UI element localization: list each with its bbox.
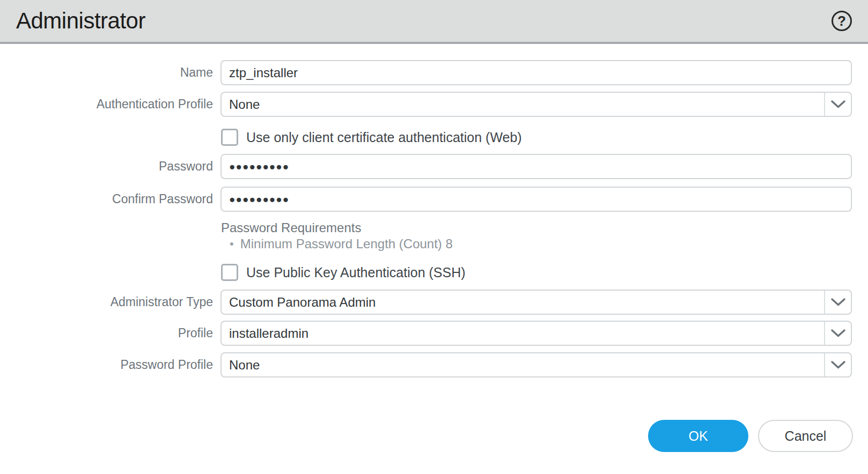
name-label: Name xyxy=(0,65,213,80)
public-key-checkbox[interactable] xyxy=(221,264,238,281)
password-requirement-item: • Minimum Password Length (Count) 8 xyxy=(230,238,868,250)
password-label: Password xyxy=(0,159,213,174)
client-cert-row: Use only client certificate authenticati… xyxy=(221,129,868,146)
administrator-type-row: Administrator Type Custom Panorama Admin xyxy=(0,290,868,315)
authentication-profile-select[interactable]: None xyxy=(220,92,852,117)
password-row: Password xyxy=(0,154,868,179)
name-row: Name xyxy=(0,60,868,85)
administrator-type-select[interactable]: Custom Panorama Admin xyxy=(220,290,852,315)
client-cert-label: Use only client certificate authenticati… xyxy=(246,130,522,145)
password-profile-row: Password Profile None xyxy=(0,352,868,377)
help-icon[interactable]: ? xyxy=(832,11,852,31)
password-profile-select[interactable]: None xyxy=(220,352,852,377)
password-requirements-title: Password Requirements xyxy=(221,221,868,234)
chevron-down-icon[interactable] xyxy=(824,353,851,376)
chevron-down-icon[interactable] xyxy=(824,291,851,314)
cancel-button[interactable]: Cancel xyxy=(758,420,853,452)
confirm-password-input[interactable] xyxy=(220,187,852,212)
client-cert-checkbox[interactable] xyxy=(221,129,238,146)
confirm-password-row: Confirm Password xyxy=(0,187,868,212)
dialog-footer: OK Cancel xyxy=(0,420,853,452)
bullet-icon: • xyxy=(230,238,234,250)
ok-button[interactable]: OK xyxy=(648,420,748,452)
password-requirement-text: Minimum Password Length (Count) 8 xyxy=(240,238,453,250)
public-key-row: Use Public Key Authentication (SSH) xyxy=(221,264,868,281)
confirm-password-label: Confirm Password xyxy=(0,192,213,206)
dialog-header: Administrator ? xyxy=(0,0,868,44)
name-input[interactable] xyxy=(220,60,852,85)
password-input[interactable] xyxy=(220,154,852,179)
authentication-profile-value: None xyxy=(229,97,260,112)
administrator-form: Name Authentication Profile None Use onl… xyxy=(0,44,868,452)
public-key-label: Use Public Key Authentication (SSH) xyxy=(246,265,466,280)
profile-select[interactable]: installeradmin xyxy=(220,321,852,346)
chevron-down-icon[interactable] xyxy=(824,93,851,116)
chevron-down-icon[interactable] xyxy=(824,322,851,345)
password-profile-value: None xyxy=(229,358,260,373)
administrator-type-value: Custom Panorama Admin xyxy=(229,295,376,310)
authentication-profile-row: Authentication Profile None xyxy=(0,92,868,117)
profile-label: Profile xyxy=(0,326,213,340)
dialog-title: Administrator xyxy=(16,8,145,34)
administrator-type-label: Administrator Type xyxy=(0,295,213,309)
profile-value: installeradmin xyxy=(229,326,308,341)
profile-row: Profile installeradmin xyxy=(0,321,868,346)
authentication-profile-label: Authentication Profile xyxy=(0,97,213,112)
password-profile-label: Password Profile xyxy=(0,358,213,372)
